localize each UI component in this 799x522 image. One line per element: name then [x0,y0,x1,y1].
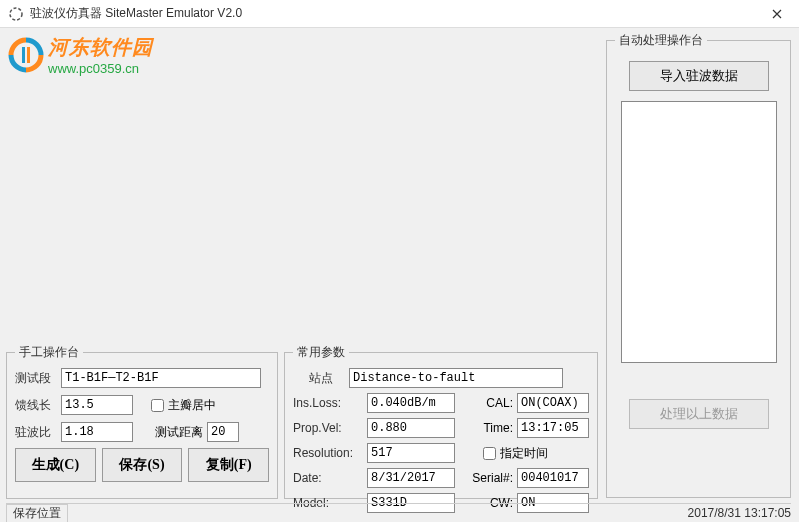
svg-point-0 [10,8,22,20]
status-datetime: 2017/8/31 13:17:05 [688,506,791,520]
params-legend: 常用参数 [293,344,349,361]
label-feeder-length: 馈线长 [15,397,61,414]
titlebar: 驻波仪仿真器 SiteMaster Emulator V2.0 [0,0,799,28]
import-button[interactable]: 导入驻波数据 [629,61,769,91]
app-icon [8,6,24,22]
label-site: 站点 [293,370,349,387]
save-button[interactable]: 保存(S) [102,448,183,482]
input-test-distance[interactable] [207,422,239,442]
checkbox-center-main[interactable] [151,399,164,412]
canvas-area: 河东软件园 www.pc0359.cn [6,32,598,344]
watermark-icon [8,37,44,73]
label-resolution: Resolution: [293,446,367,460]
input-ins-loss[interactable] [367,393,455,413]
input-cal[interactable] [517,393,589,413]
fixed-time-wrap[interactable]: 指定时间 [483,445,548,462]
manual-legend: 手工操作台 [15,344,83,361]
label-vswr: 驻波比 [15,424,61,441]
generate-button[interactable]: 生成(C) [15,448,96,482]
checkbox-fixed-time[interactable] [483,447,496,460]
status-save-location: 保存位置 [6,504,68,522]
input-site[interactable] [349,368,563,388]
label-cal: CAL: [461,396,513,410]
input-prop-vel[interactable] [367,418,455,438]
watermark-text-cn: 河东软件园 [48,34,153,61]
window-title: 驻波仪仿真器 SiteMaster Emulator V2.0 [30,5,242,22]
label-serial: Serial#: [461,471,513,485]
input-test-segment[interactable] [61,368,261,388]
label-fixed-time: 指定时间 [500,445,548,462]
auto-list[interactable] [621,101,777,363]
svg-rect-1 [22,47,25,63]
process-button: 处理以上数据 [629,399,769,429]
manual-panel: 手工操作台 测试段 馈线长 主瓣居中 驻波比 测试距离 [6,344,278,499]
copy-button[interactable]: 复制(F) [188,448,269,482]
params-panel: 常用参数 站点 Ins.Loss: CAL: Prop.Vel: Time: [284,344,598,499]
input-serial[interactable] [517,468,589,488]
statusbar: 保存位置 2017/8/31 13:17:05 [6,503,791,521]
input-vswr[interactable] [61,422,133,442]
label-date: Date: [293,471,367,485]
label-center-main: 主瓣居中 [168,397,216,414]
label-ins-loss: Ins.Loss: [293,396,367,410]
auto-panel: 自动处理操作台 导入驻波数据 处理以上数据 [606,32,791,498]
auto-legend: 自动处理操作台 [615,32,707,49]
close-button[interactable] [755,0,799,28]
label-prop-vel: Prop.Vel: [293,421,367,435]
input-feeder-length[interactable] [61,395,133,415]
svg-rect-2 [27,47,30,63]
input-time[interactable] [517,418,589,438]
watermark-url: www.pc0359.cn [48,61,153,76]
input-date[interactable] [367,468,455,488]
label-test-segment: 测试段 [15,370,61,387]
input-resolution[interactable] [367,443,455,463]
center-main-wrap[interactable]: 主瓣居中 [151,397,216,414]
watermark: 河东软件园 www.pc0359.cn [8,34,153,76]
label-test-distance: 测试距离 [155,424,203,441]
label-time: Time: [461,421,513,435]
